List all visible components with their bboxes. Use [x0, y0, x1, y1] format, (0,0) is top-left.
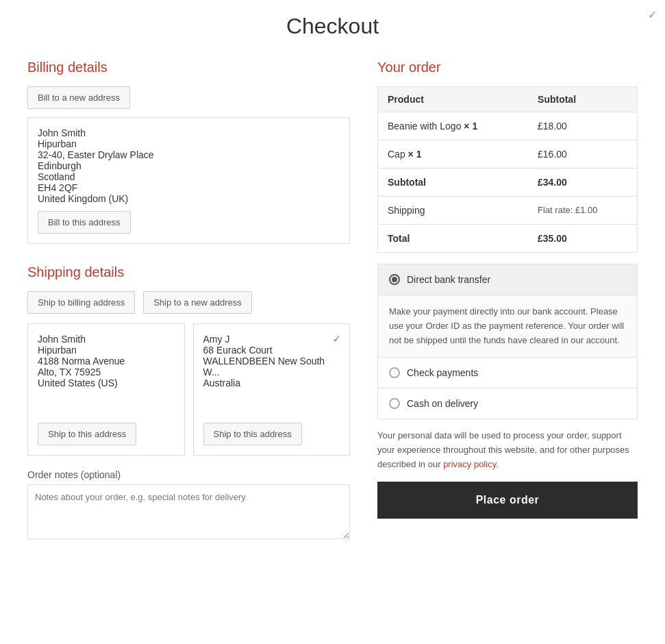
billing-section: Billing details Bill to a new address ✓ … — [27, 60, 350, 244]
check-payments-option[interactable]: Check payments — [378, 358, 637, 388]
check-payments-label: Check payments — [407, 367, 478, 378]
bill-new-address-button[interactable]: Bill to a new address — [27, 86, 130, 109]
shipping-section: Shipping details Ship to billing address… — [27, 264, 350, 456]
check-icon: ✓ — [648, 8, 657, 21]
payment-description-text: Make your payment directly into our bank… — [389, 306, 624, 345]
shipping-country-2: Australia — [203, 377, 340, 388]
bill-to-address-button[interactable]: Bill to this address — [38, 211, 131, 234]
billing-section-title: Billing details — [27, 60, 350, 75]
order-notes-input[interactable] — [27, 484, 350, 539]
payment-description: Make your payment directly into our bank… — [378, 295, 637, 358]
privacy-text: Your personal data will be used to proce… — [377, 429, 638, 471]
order-item-name: Cap × 1 — [378, 140, 529, 169]
left-column: Billing details Bill to a new address ✓ … — [27, 60, 350, 541]
ship-to-address-button-1[interactable]: Ship to this address — [38, 423, 136, 445]
shipping-cards: John Smith Hipurban 4188 Norma Avenue Al… — [27, 323, 350, 456]
subtotal-label: Subtotal — [378, 169, 529, 197]
cash-on-delivery-option[interactable]: Cash on delivery — [378, 388, 637, 419]
shipping-company-1: Hipurban — [38, 345, 175, 356]
privacy-policy-link[interactable]: privacy policy — [443, 459, 496, 469]
col-subtotal: Subtotal — [528, 87, 637, 112]
page-title: Checkout — [27, 14, 638, 39]
order-table: Product Subtotal Beanie with Logo × 1 £1… — [377, 86, 638, 253]
shipping-section-title: Shipping details — [27, 264, 350, 280]
order-notes-section: Order notes (optional) — [27, 469, 350, 541]
direct-bank-label: Direct bank transfer — [407, 274, 490, 285]
total-value: £35.00 — [528, 225, 637, 253]
shipping-label: Shipping — [378, 197, 529, 225]
order-item-subtotal: £16.00 — [528, 140, 637, 169]
right-column: Your order Product Subtotal Beanie with … — [377, 60, 638, 519]
direct-bank-option[interactable]: Direct bank transfer — [378, 264, 637, 295]
direct-bank-radio[interactable] — [389, 274, 400, 285]
order-item-subtotal: £18.00 — [528, 112, 637, 140]
shipping-card-2: ✓ Amy J 68 Eurack Court WALLENDBEEN New … — [193, 323, 351, 456]
billing-company: Hipurban — [38, 138, 340, 149]
table-row: Beanie with Logo × 1 £18.00 — [378, 112, 638, 140]
check-icon-2: ✓ — [332, 332, 341, 345]
shipping-card-1: John Smith Hipurban 4188 Norma Avenue Al… — [27, 323, 185, 456]
privacy-text-after: . — [496, 459, 499, 469]
shipping-value: Flat rate: £1.00 — [528, 197, 637, 225]
shipping-street-1: 4188 Norma Avenue — [38, 356, 175, 367]
shipping-name-2: Amy J — [203, 334, 340, 345]
check-radio[interactable] — [389, 367, 400, 378]
subtotal-value: £34.00 — [528, 169, 637, 197]
your-order-title: Your order — [377, 60, 638, 75]
billing-name: John Smith — [38, 127, 340, 138]
billing-country: United Kingdom (UK) — [38, 193, 340, 204]
col-product: Product — [378, 87, 529, 112]
billing-address-card: ✓ John Smith Hipurban 32-40, Easter Dryl… — [27, 117, 350, 244]
privacy-text-before: Your personal data will be used to proce… — [377, 430, 629, 469]
shipping-street-2: 68 Eurack Court — [203, 345, 340, 356]
shipping-citystate-1: Alto, TX 75925 — [38, 367, 175, 377]
billing-region: Scotland — [38, 171, 340, 182]
cash-radio[interactable] — [389, 398, 400, 409]
order-notes-label: Order notes (optional) — [27, 469, 350, 480]
shipping-country-1: United States (US) — [38, 377, 175, 388]
shipping-city-2: WALLENDBEEN New South W... — [203, 356, 340, 377]
ship-billing-address-button[interactable]: Ship to billing address — [27, 291, 135, 314]
ship-new-address-button[interactable]: Ship to a new address — [143, 291, 252, 314]
ship-to-address-button-2[interactable]: Ship to this address — [203, 423, 302, 445]
table-row: Cap × 1 £16.00 — [378, 140, 638, 169]
order-item-name: Beanie with Logo × 1 — [378, 112, 529, 140]
billing-city: Edinburgh — [38, 160, 340, 171]
payment-section: Direct bank transfer Make your payment d… — [377, 264, 638, 419]
total-label: Total — [378, 225, 529, 253]
shipping-name-1: John Smith — [38, 334, 175, 345]
cash-on-delivery-label: Cash on delivery — [407, 398, 478, 409]
billing-postcode: EH4 2QF — [38, 182, 340, 193]
place-order-button[interactable]: Place order — [377, 482, 638, 519]
billing-street: 32-40, Easter Drylaw Place — [38, 149, 340, 160]
